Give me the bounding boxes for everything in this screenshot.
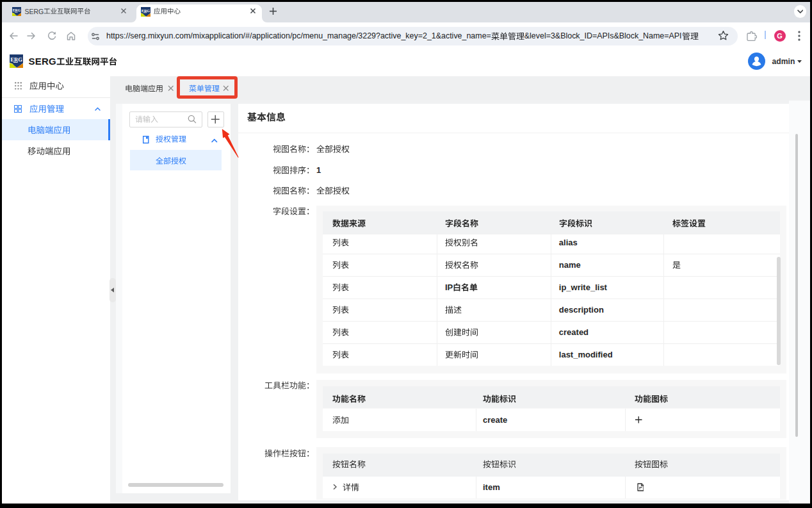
svg-text:ERG: ERG [10, 56, 22, 63]
svg-text:ERG: ERG [13, 8, 21, 12]
svg-text:ERG: ERG [141, 8, 150, 12]
